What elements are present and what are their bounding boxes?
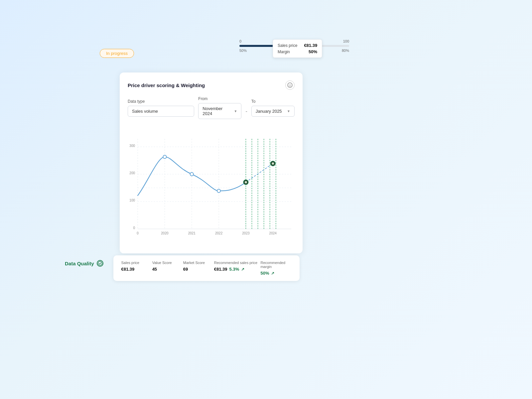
card-title: Price driver scoring & Weighting	[128, 82, 205, 88]
tooltip-margin-label: Margin	[278, 50, 290, 54]
svg-text:100: 100	[129, 199, 135, 202]
data-quality-section: Data Quality Sales price €81.39 Value Sc…	[65, 255, 300, 281]
svg-text:2020: 2020	[161, 231, 169, 235]
col-val-rec-margin: 50% ↗	[260, 271, 274, 276]
chart-svg: 0 100 200 300 0 2020 2021 2022 2023 2024	[128, 126, 295, 245]
to-label: To	[251, 99, 295, 104]
col-rec-sales-price: Recommended sales price €81.39 5.3% ↗	[214, 261, 261, 276]
tooltip-sales-price-value: €81.39	[304, 43, 317, 48]
svg-line-30	[246, 164, 273, 182]
col-value-score: Value Score 45	[152, 261, 183, 276]
svg-text:2022: 2022	[215, 231, 223, 235]
chart-area: 0 100 200 300 0 2020 2021 2022 2023 2024	[128, 126, 295, 245]
chart-point-2024-inner	[272, 162, 274, 165]
col-val-rec-sales-price: €81.39	[214, 267, 227, 272]
svg-text:200: 200	[129, 171, 135, 175]
col-header-rec-sales-price: Recommended sales price	[214, 261, 261, 265]
col-badge-rec-sales-price: 5.3% ↗	[229, 267, 244, 272]
svg-text:300: 300	[129, 144, 135, 148]
chart-point-2020	[163, 155, 166, 159]
date-range-dash: -	[245, 108, 247, 114]
svg-point-0	[288, 83, 292, 87]
to-value: January 2025	[256, 109, 284, 114]
from-select[interactable]: November 2024 ▼	[198, 103, 241, 119]
data-type-label: Data type	[128, 99, 194, 104]
data-type-value: Sales volume	[132, 109, 190, 114]
col-header-rec-margin: Recommended margin	[260, 261, 291, 269]
tooltip-row-margin: Margin 50%	[278, 49, 317, 54]
to-select[interactable]: January 2025 ▼	[251, 106, 295, 117]
col-rec-margin: Recommended margin 50% ↗	[260, 261, 291, 276]
col-header-value-score: Value Score	[152, 261, 183, 265]
svg-text:2023: 2023	[242, 231, 250, 235]
tooltip-margin-value: 50%	[309, 49, 317, 54]
svg-point-2	[291, 84, 291, 85]
tooltip-sales-price-label: Sales price	[278, 43, 297, 48]
svg-text:2024: 2024	[269, 231, 277, 235]
smiley-icon[interactable]	[285, 80, 295, 90]
from-chevron-icon: ▼	[234, 109, 237, 113]
arrow-up-icon-sales: ↗	[241, 267, 244, 272]
from-group: From November 2024 ▼	[198, 96, 241, 119]
data-quality-text: Data Quality	[65, 261, 94, 266]
to-group: To January 2025 ▼	[251, 99, 295, 117]
data-table: Sales price €81.39 Value Score 45 Market…	[113, 255, 300, 281]
status-badge: In progress	[100, 49, 134, 58]
chart-point-2021	[190, 173, 194, 176]
svg-text:2021: 2021	[188, 231, 196, 235]
card-header: Price driver scoring & Weighting	[128, 80, 295, 90]
form-row: Data type Sales volume From November 202…	[128, 96, 295, 119]
svg-text:0: 0	[137, 231, 139, 235]
data-table-header-row: Sales price €81.39 Value Score 45 Market…	[121, 261, 292, 276]
col-value-sales-price: €81.39	[121, 267, 152, 272]
svg-point-31	[98, 261, 102, 265]
from-label: From	[198, 96, 241, 101]
from-value: November 2024	[202, 106, 231, 116]
slider-tooltip: Sales price €81.39 Margin 50%	[273, 39, 322, 58]
chart-point-2023-inner	[245, 181, 247, 183]
check-icon	[97, 260, 103, 267]
col-header-sales-price: Sales price	[121, 261, 152, 265]
col-val-market-score: 69	[183, 267, 214, 272]
chart-point-2022	[217, 189, 220, 193]
col-market-score: Market Score 69	[183, 261, 214, 276]
data-type-select[interactable]: Sales volume	[128, 106, 194, 117]
data-type-group: Data type Sales volume	[128, 99, 194, 117]
arrow-up-icon-margin: ↗	[271, 271, 274, 276]
main-card: Price driver scoring & Weighting Data ty…	[120, 72, 303, 253]
slider-label-start: 0	[239, 39, 241, 43]
to-chevron-icon: ▼	[287, 109, 290, 113]
slider-bottom-right: 80%	[342, 49, 349, 53]
col-header-market-score: Market Score	[183, 261, 214, 265]
svg-point-1	[289, 84, 290, 85]
col-sales-price: Sales price €81.39	[121, 261, 152, 276]
tooltip-row-price: Sales price €81.39	[278, 43, 317, 48]
svg-text:0: 0	[133, 226, 135, 230]
data-quality-label: Data Quality	[65, 260, 103, 267]
slider-bottom-left: 50%	[239, 49, 247, 53]
slider-label-end: 100	[343, 39, 349, 43]
col-val-value-score: 45	[152, 267, 183, 272]
